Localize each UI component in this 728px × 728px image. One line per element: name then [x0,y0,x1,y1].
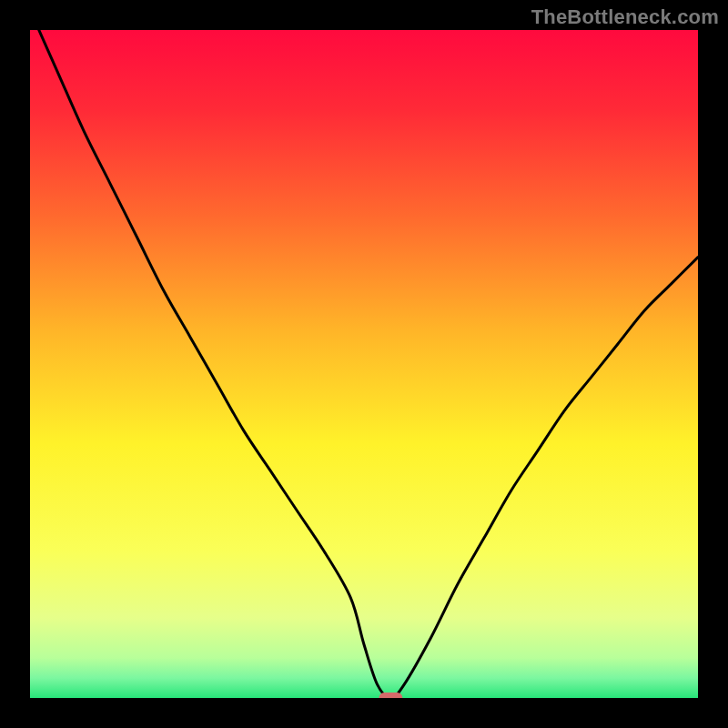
minimum-marker-pill [379,693,402,698]
plot-area [30,30,698,698]
plot-svg [30,30,698,698]
chart-frame: TheBottleneck.com [0,0,728,728]
minimum-marker [379,693,402,698]
gradient-background [30,30,698,698]
watermark-text: TheBottleneck.com [531,5,719,29]
